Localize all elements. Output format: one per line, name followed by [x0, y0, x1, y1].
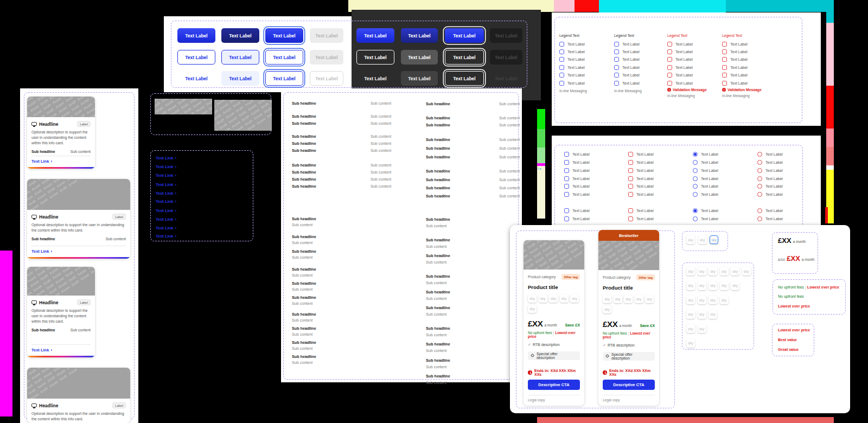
sky-chip[interactable]: sky	[645, 295, 654, 303]
sky-chip[interactable]: sky	[686, 235, 695, 244]
text-link[interactable]: Text Link›	[156, 182, 221, 187]
sky-chip[interactable]: sky	[698, 324, 706, 333]
button-light-r2c4[interactable]: Text Label	[310, 50, 343, 65]
checkbox-icon[interactable]	[614, 49, 619, 54]
checkbox-icon[interactable]	[722, 49, 727, 54]
checkbox-icon[interactable]	[722, 81, 727, 86]
button-dark-r2c2[interactable]: Text Label	[401, 50, 438, 65]
radio-icon[interactable]	[757, 176, 762, 181]
text-link[interactable]: Text Link›	[156, 191, 221, 196]
checkbox-icon[interactable]	[614, 42, 619, 47]
sky-chip[interactable]: sky	[686, 310, 695, 319]
sky-chip[interactable]: sky	[710, 235, 718, 244]
checkbox-icon[interactable]	[614, 81, 619, 86]
sky-chip[interactable]: sky	[528, 305, 537, 313]
sky-chip[interactable]: sky	[686, 324, 695, 333]
checkbox-icon[interactable]	[559, 49, 564, 54]
text-link[interactable]: Text Link›	[156, 156, 221, 161]
button-dark-r1c2[interactable]: Text Label	[401, 28, 438, 43]
sky-chip[interactable]: sky	[560, 294, 569, 303]
radio-icon[interactable]	[693, 184, 698, 189]
sky-chip[interactable]: sky	[731, 267, 739, 275]
button-dark-r2c3[interactable]: Text Label	[445, 50, 484, 65]
button-light-r3c2[interactable]: Text Label	[221, 71, 259, 86]
text-link[interactable]: Text Link›	[156, 234, 221, 239]
button-dark-r2c4[interactable]: Text Label	[490, 50, 522, 65]
checkbox-icon[interactable]	[628, 216, 633, 221]
checkbox-icon[interactable]	[564, 192, 569, 197]
button-dark-r3c2[interactable]: Text Label	[401, 71, 438, 86]
sky-chip[interactable]: sky	[603, 295, 611, 303]
checkbox-icon[interactable]	[667, 57, 672, 62]
button-light-r1c3[interactable]: Text Label	[265, 28, 303, 43]
sky-chip[interactable]: sky	[686, 267, 695, 275]
radio-icon[interactable]	[693, 176, 698, 181]
checkbox-icon[interactable]	[628, 192, 633, 197]
sky-chip[interactable]: sky	[720, 281, 729, 290]
checkbox-icon[interactable]	[628, 184, 633, 189]
checkbox-icon[interactable]	[667, 49, 672, 54]
text-link[interactable]: Text Link›	[156, 217, 221, 222]
radio-icon[interactable]	[757, 208, 762, 213]
sky-chip[interactable]: sky	[698, 281, 706, 290]
sky-chip[interactable]: sky	[709, 281, 717, 290]
button-dark-r1c3[interactable]: Text Label	[445, 28, 484, 43]
sky-chip[interactable]: sky	[720, 267, 729, 275]
info-card-link[interactable]: Text Link›	[31, 159, 91, 164]
checkbox-icon[interactable]	[559, 57, 564, 62]
checkbox-icon[interactable]	[564, 184, 569, 189]
button-light-r2c1[interactable]: Text Label	[177, 50, 215, 65]
checkbox-icon[interactable]	[564, 160, 569, 165]
button-dark-r3c1[interactable]: Text Label	[356, 71, 394, 86]
checkbox-icon[interactable]	[564, 208, 569, 213]
checkbox-icon[interactable]	[667, 73, 672, 78]
checkbox-icon[interactable]	[564, 168, 569, 173]
sky-chip[interactable]: sky	[570, 294, 579, 303]
checkbox-icon[interactable]	[614, 57, 619, 62]
checkbox-icon[interactable]	[628, 208, 633, 213]
checkbox-icon[interactable]	[628, 176, 633, 181]
radio-icon[interactable]	[757, 160, 762, 165]
sky-chip[interactable]: sky	[686, 281, 695, 290]
radio-icon[interactable]	[693, 216, 698, 221]
button-dark-r1c1[interactable]: Text Label	[356, 28, 394, 43]
checkbox-icon[interactable]	[722, 57, 727, 62]
checkbox-icon[interactable]	[722, 73, 727, 78]
sky-chip[interactable]: sky	[698, 310, 706, 319]
checkbox-icon[interactable]	[559, 65, 564, 70]
checkbox-icon[interactable]	[628, 168, 633, 173]
sky-chip[interactable]: sky	[698, 267, 706, 275]
checkbox-icon[interactable]	[667, 65, 672, 70]
sky-chip[interactable]: sky	[698, 296, 706, 304]
sky-chip[interactable]: sky	[709, 267, 717, 275]
text-link[interactable]: Text Link›	[156, 208, 221, 213]
info-card-link[interactable]: Text Link›	[31, 348, 91, 352]
text-link[interactable]: Text Link›	[156, 226, 221, 230]
checkbox-icon[interactable]	[667, 81, 672, 86]
checkbox-icon[interactable]	[564, 152, 569, 157]
sky-chip[interactable]: sky	[709, 310, 717, 319]
sky-chip[interactable]: sky	[603, 305, 611, 313]
radio-icon[interactable]	[693, 160, 698, 165]
info-card-link[interactable]: Text Link›	[31, 249, 126, 254]
checkbox-icon[interactable]	[564, 216, 569, 221]
radio-icon[interactable]	[693, 168, 698, 173]
text-link[interactable]: Text Link›	[156, 199, 221, 204]
checkbox-icon[interactable]	[559, 73, 564, 78]
button-dark-r1c4[interactable]: Text Label	[490, 28, 522, 43]
sky-chip[interactable]: sky	[709, 296, 717, 304]
sky-chip[interactable]: sky	[742, 267, 751, 275]
sky-chip[interactable]: sky	[528, 294, 537, 303]
radio-icon[interactable]	[693, 208, 698, 213]
button-dark-r3c4[interactable]: Text Label	[490, 71, 522, 86]
button-dark-r2c1[interactable]: Text Label	[356, 50, 394, 65]
button-dark-r3c3[interactable]: Text Label	[445, 71, 484, 86]
button-light-r2c3[interactable]: Text Label	[265, 50, 303, 65]
sky-chip[interactable]: sky	[686, 296, 695, 304]
text-link[interactable]: Text Link›	[156, 164, 221, 169]
sky-chip[interactable]: sky	[698, 235, 707, 244]
radio-icon[interactable]	[757, 192, 762, 197]
button-light-r3c3[interactable]: Text Label	[265, 71, 303, 86]
checkbox-icon[interactable]	[628, 160, 633, 165]
button-light-r3c1[interactable]: Text Label	[177, 71, 215, 86]
